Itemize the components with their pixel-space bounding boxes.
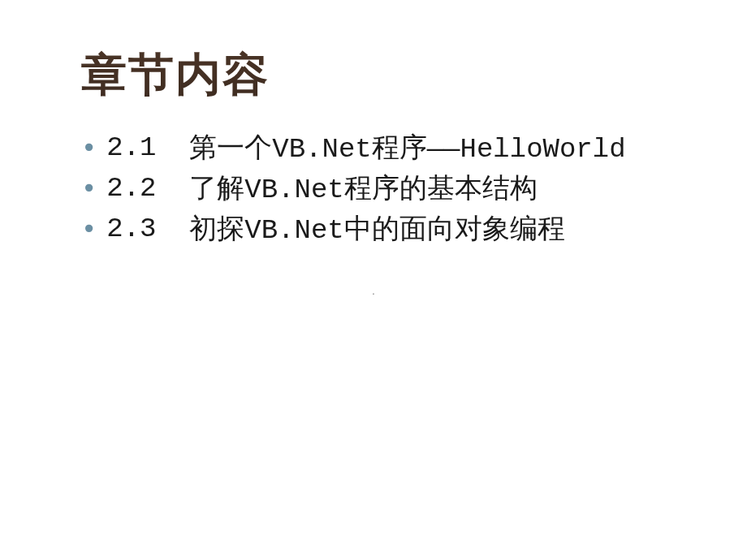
bullet-icon: •: [81, 175, 97, 201]
list-item: • 2.1 第一个VB.Net程序——HelloWorld: [81, 129, 682, 166]
list-item: • 2.2 了解VB.Net程序的基本结构: [81, 170, 682, 207]
item-text: 第一个VB.Net程序——HelloWorld: [189, 129, 625, 166]
item-text: 初探VB.Net中的面向对象编程: [189, 210, 564, 248]
item-text: 了解VB.Net程序的基本结构: [189, 170, 537, 207]
slide-title: 章节内容: [81, 45, 682, 106]
item-number: 2.1: [106, 132, 189, 163]
item-number: 2.2: [106, 173, 189, 204]
list-item: • 2.3 初探VB.Net中的面向对象编程: [81, 210, 682, 248]
item-number: 2.3: [106, 213, 189, 244]
center-mark: .: [372, 284, 375, 297]
content-list: • 2.1 第一个VB.Net程序——HelloWorld • 2.2 了解VB…: [81, 129, 682, 248]
bullet-icon: •: [81, 135, 97, 161]
slide-container: 章节内容 • 2.1 第一个VB.Net程序——HelloWorld • 2.2…: [0, 0, 747, 560]
bullet-icon: •: [81, 216, 97, 242]
